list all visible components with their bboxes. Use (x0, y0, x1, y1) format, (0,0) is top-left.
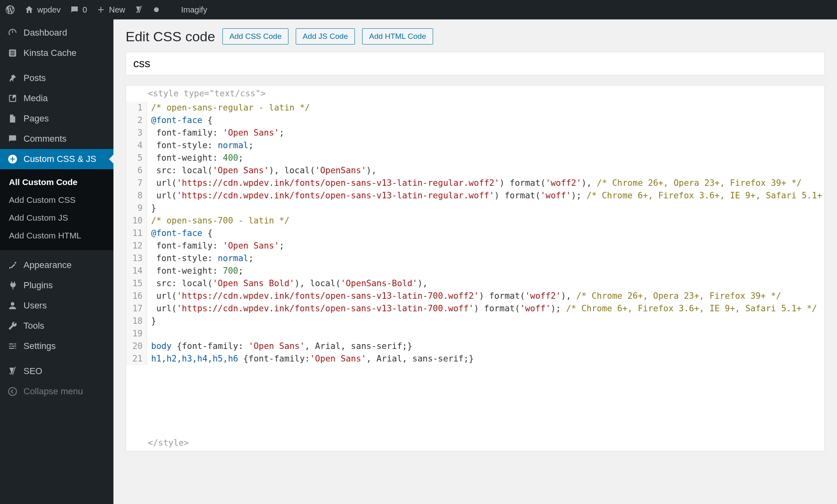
page-title: Edit CSS code (126, 29, 215, 45)
comments-count: 0 (83, 5, 87, 15)
svg-rect-4 (11, 54, 15, 55)
sidebar-label: Appearance (23, 260, 72, 270)
sidebar-item-dashboard[interactable]: Dashboard (0, 23, 113, 43)
sidebar-label: Custom CSS & JS (23, 154, 96, 164)
sidebar-item-tools[interactable]: Tools (0, 316, 113, 336)
editor-open-tag: <style type="text/css"> (126, 85, 824, 102)
editor-close-tag: </style> (126, 365, 824, 451)
sidebar-label: Tools (23, 321, 44, 331)
sidebar-label: Plugins (23, 280, 53, 291)
comments-link[interactable]: 0 (70, 5, 87, 15)
status-dot[interactable] (153, 6, 160, 13)
page-heading-row: Edit CSS code Add CSS Code Add JS Code A… (126, 28, 825, 45)
add-js-button[interactable]: Add JS Code (296, 28, 355, 45)
editor-gutter: 123456789101112131415161718192021 (126, 102, 147, 365)
sidebar-submenu: All Custom Code Add Custom CSS Add Custo… (0, 169, 113, 250)
sidebar-label: Comments (23, 134, 66, 144)
admin-bar: wpdev 0 New Imagify (0, 0, 837, 19)
page-icon (7, 113, 18, 124)
svg-point-0 (154, 7, 159, 12)
sidebar-label: Settings (23, 341, 56, 351)
collapse-icon (7, 386, 18, 397)
sidebar-item-comments[interactable]: Comments (0, 129, 113, 149)
sidebar-item-seo[interactable]: SEO (0, 361, 113, 381)
imagify-link[interactable]: Imagify (181, 5, 207, 15)
wrench-icon (7, 321, 18, 331)
main-content: Edit CSS code Add CSS Code Add JS Code A… (113, 19, 837, 504)
circle-icon (153, 6, 160, 13)
home-icon (24, 5, 34, 15)
yoast-link[interactable] (134, 5, 144, 15)
submenu-add-js[interactable]: Add Custom JS (0, 209, 113, 227)
sidebar-label: Users (23, 300, 47, 311)
svg-rect-3 (11, 53, 15, 53)
code-title-input[interactable] (126, 52, 825, 75)
sidebar-item-media[interactable]: Media (0, 88, 113, 108)
new-label: New (109, 5, 125, 15)
sidebar-item-pages[interactable]: Pages (0, 108, 113, 129)
submenu-add-html[interactable]: Add Custom HTML (0, 227, 113, 245)
sidebar-item-custom-css-js[interactable]: Custom CSS & JS (0, 149, 113, 169)
sidebar-item-settings[interactable]: Settings (0, 336, 113, 356)
sidebar-item-collapse[interactable]: Collapse menu (0, 381, 113, 402)
svg-point-6 (11, 302, 15, 306)
yoast-icon (134, 5, 144, 15)
sidebar-label: Pages (23, 113, 49, 124)
site-name: wpdev (37, 5, 61, 15)
sidebar-label: SEO (23, 366, 42, 376)
sidebar-label: Collapse menu (23, 386, 83, 397)
new-content[interactable]: New (96, 5, 125, 15)
code-editor[interactable]: <style type="text/css"> 1234567891011121… (126, 85, 825, 451)
pin-icon (7, 73, 18, 83)
comment-icon (70, 5, 79, 15)
dashboard-icon (7, 28, 18, 38)
comment-icon (7, 134, 18, 144)
svg-rect-2 (11, 51, 15, 52)
brush-icon (7, 260, 18, 270)
yoast-icon (7, 366, 18, 376)
cache-icon (7, 48, 18, 58)
sliders-icon (7, 341, 18, 351)
submenu-all-code[interactable]: All Custom Code (0, 173, 113, 191)
editor-code[interactable]: /* open-sans-regular - latin */@font-fac… (147, 102, 824, 365)
sidebar-item-users[interactable]: Users (0, 296, 113, 316)
add-css-button[interactable]: Add CSS Code (222, 28, 288, 45)
admin-sidebar: Dashboard Kinsta Cache Posts Media Pages… (0, 19, 113, 504)
sidebar-item-kinsta[interactable]: Kinsta Cache (0, 43, 113, 63)
sidebar-item-posts[interactable]: Posts (0, 68, 113, 88)
add-html-button[interactable]: Add HTML Code (362, 28, 433, 45)
user-icon (7, 300, 18, 311)
sidebar-item-plugins[interactable]: Plugins (0, 275, 113, 296)
plus-circle-icon (7, 154, 18, 164)
plugin-icon (7, 280, 18, 291)
sidebar-label: Kinsta Cache (23, 48, 77, 58)
sidebar-label: Media (23, 93, 48, 104)
sidebar-item-appearance[interactable]: Appearance (0, 255, 113, 275)
sidebar-label: Posts (23, 73, 46, 83)
wp-logo[interactable] (5, 4, 15, 15)
svg-point-7 (9, 387, 17, 396)
imagify-label: Imagify (181, 5, 207, 15)
site-home[interactable]: wpdev (24, 5, 61, 15)
media-icon (7, 93, 18, 104)
plus-icon (96, 5, 106, 15)
submenu-add-css[interactable]: Add Custom CSS (0, 191, 113, 209)
sidebar-label: Dashboard (23, 28, 67, 38)
